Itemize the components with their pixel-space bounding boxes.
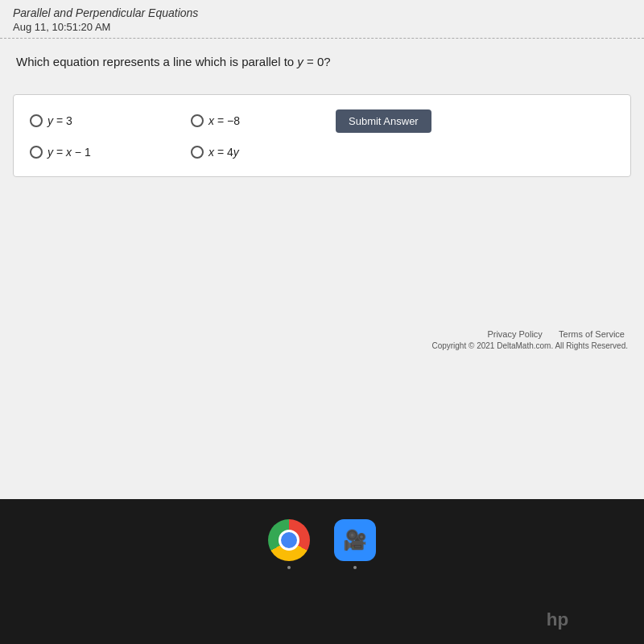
page-title: Parallel and Perpendicular Equations [13, 6, 631, 19]
radio-y-equals-3[interactable] [30, 114, 43, 127]
option-x-equals-4y[interactable]: x = 4y [191, 146, 320, 159]
chrome-dot [287, 566, 291, 569]
footer-links: Privacy Policy Terms of Service [431, 329, 628, 339]
answer-row-1: y = 3 x = −8 Submit Answer [30, 109, 614, 133]
answer-row-2: y = x − 1 x = 4y [30, 146, 614, 159]
option-label-y-equals-x-minus-1: y = x − 1 [47, 146, 91, 159]
header-section: Parallel and Perpendicular Equations Aug… [0, 0, 644, 39]
chrome-icon[interactable] [268, 519, 310, 561]
option-x-equals-neg8[interactable]: x = −8 [191, 114, 320, 127]
privacy-policy-link[interactable]: Privacy Policy [487, 329, 542, 339]
option-label-x-equals-4y: x = 4y [208, 146, 239, 159]
submit-answer-button[interactable]: Submit Answer [336, 109, 431, 133]
radio-x-equals-4y[interactable] [191, 146, 204, 159]
icon-dot-row [268, 566, 376, 569]
question-section: Which equation represents a line which i… [0, 39, 644, 80]
zoom-icon[interactable]: 🎥 [334, 519, 376, 561]
answer-box: y = 3 x = −8 Submit Answer y = x − 1 x =… [13, 94, 631, 177]
hp-logo: hp [543, 604, 580, 632]
radio-y-equals-x-minus-1[interactable] [30, 146, 43, 159]
option-label-x-equals-neg8: x = −8 [208, 114, 240, 127]
timestamp: Aug 11, 10:51:20 AM [13, 21, 631, 33]
zoom-camera-icon: 🎥 [343, 529, 367, 551]
option-label-y-equals-3: y = 3 [47, 114, 72, 127]
footer-copyright: Copyright © 2021 DeltaMath.com. All Righ… [431, 341, 628, 350]
question-text: Which equation represents a line which i… [16, 53, 628, 72]
taskbar: 🎥 hp [0, 499, 644, 644]
radio-x-equals-neg8[interactable] [191, 114, 204, 127]
zoom-dot [353, 566, 357, 569]
option-y-equals-3[interactable]: y = 3 [30, 114, 159, 127]
footer-section: Privacy Policy Terms of Service Copyrigh… [431, 329, 628, 350]
terms-of-service-link[interactable]: Terms of Service [559, 329, 625, 339]
svg-text:hp: hp [547, 609, 569, 630]
option-y-equals-x-minus-1[interactable]: y = x − 1 [30, 146, 159, 159]
taskbar-icons: 🎥 [268, 519, 376, 561]
